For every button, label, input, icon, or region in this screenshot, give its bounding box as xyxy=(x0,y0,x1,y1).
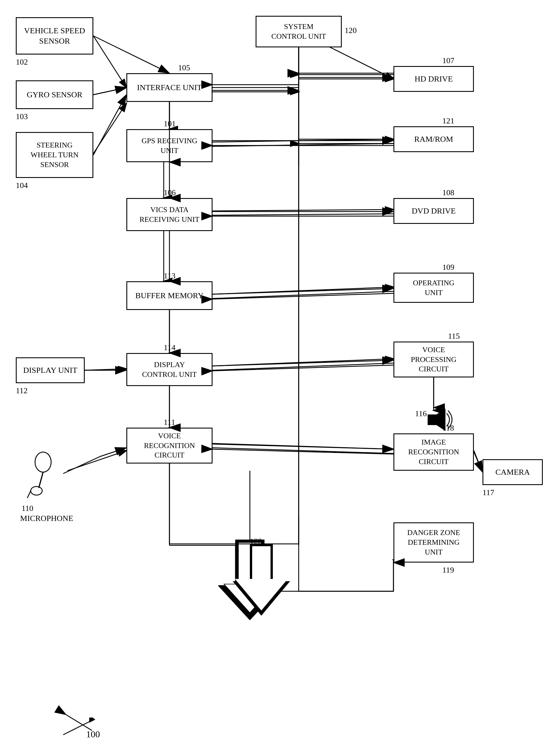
svg-line-20 xyxy=(474,451,483,472)
gps-receiving-number: 101 xyxy=(164,119,176,128)
danger-zone-box: DANGER ZONEDETERMININGUNIT xyxy=(393,522,474,563)
large-down-arrow xyxy=(233,544,290,616)
display-unit-box: DISPLAY UNIT xyxy=(16,357,85,383)
svg-line-4 xyxy=(93,36,126,87)
ram-rom-number: 121 xyxy=(442,116,454,125)
hd-drive-box: HD DRIVE xyxy=(393,66,474,92)
steering-sensor-number: 104 xyxy=(16,181,28,190)
image-recognition-box: IMAGERECOGNITIONCIRCUIT xyxy=(393,433,474,471)
gps-receiving-box: GPS RECEIVINGUNIT xyxy=(126,129,213,162)
svg-point-29 xyxy=(31,487,42,495)
svg-point-27 xyxy=(35,452,51,472)
gyro-sensor-number: 103 xyxy=(16,112,28,121)
display-unit-number: 112 xyxy=(16,386,27,395)
interface-unit-number: 105 xyxy=(178,63,190,72)
microphone-label: MICROPHONE xyxy=(20,514,73,523)
vics-data-number: 106 xyxy=(164,188,176,197)
speaker-number: 116 xyxy=(415,409,427,418)
vehicle-speed-sensor-number: 102 xyxy=(16,57,28,67)
danger-zone-number: 119 xyxy=(442,565,454,575)
steering-sensor-box: STEERINGWHEEL TURNSENSOR xyxy=(16,132,93,178)
operating-unit-box: OPERATINGUNIT xyxy=(393,273,474,303)
microphone-number: 110 xyxy=(21,504,33,513)
svg-line-13 xyxy=(85,369,126,370)
display-control-number: 114 xyxy=(164,343,175,352)
ram-rom-box: RAM/ROM xyxy=(393,126,474,152)
svg-line-6 xyxy=(93,103,126,153)
svg-line-14 xyxy=(67,451,126,471)
gyro-sensor-box: GYRO SENSOR xyxy=(16,80,93,109)
svg-line-5 xyxy=(93,87,126,95)
voice-processing-number: 115 xyxy=(448,331,460,341)
svg-marker-26 xyxy=(428,409,445,431)
svg-line-28 xyxy=(39,472,43,488)
dvd-drive-box: DVD DRIVE xyxy=(393,198,474,224)
buffer-memory-number: 113 xyxy=(164,271,175,280)
svg-marker-51 xyxy=(235,546,288,611)
svg-line-30 xyxy=(27,491,31,498)
operating-unit-number: 109 xyxy=(442,263,454,272)
interface-unit-box: INTERFACE UNIT xyxy=(126,73,213,102)
microphone-icon xyxy=(23,451,63,502)
buffer-memory-box: BUFFER MEMORY xyxy=(126,281,213,310)
camera-number: 117 xyxy=(483,488,494,497)
camera-box: CAMERA xyxy=(483,459,543,485)
vics-data-box: VICS DATARECEIVING UNIT xyxy=(126,198,213,231)
diagram-container: VEHICLE SPEED SENSOR 102 GYRO SENSOR 103… xyxy=(0,0,554,756)
vehicle-speed-sensor-box: VEHICLE SPEED SENSOR xyxy=(16,17,93,55)
voice-processing-box: VOICEPROCESSINGCIRCUIT xyxy=(393,341,474,377)
figure-number: 100 xyxy=(86,729,100,740)
system-control-box: SYSTEMCONTROL UNIT xyxy=(256,16,342,47)
speaker-icon xyxy=(425,407,454,433)
dvd-drive-number: 108 xyxy=(442,188,454,197)
system-control-number: 120 xyxy=(345,26,357,35)
hd-drive-number: 107 xyxy=(442,56,454,65)
display-control-box: DISPLAYCONTROL UNIT xyxy=(126,353,213,386)
voice-recognition-box: VOICERECOGNITIONCIRCUIT xyxy=(126,428,213,463)
voice-recognition-number: 111 xyxy=(164,418,175,427)
